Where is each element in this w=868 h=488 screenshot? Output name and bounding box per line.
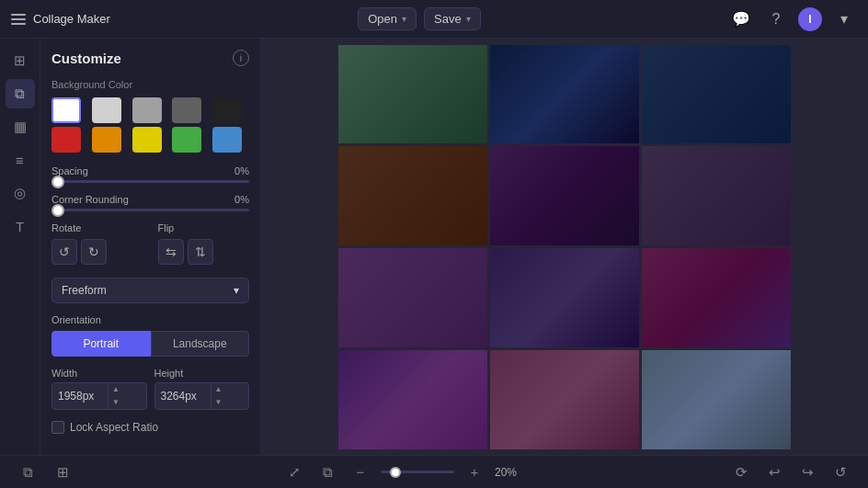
topbar-center: Open ▾ Save ▾ (358, 7, 480, 30)
swatch-light-gray[interactable] (92, 97, 121, 123)
corner-rounding-thumb[interactable] (51, 204, 64, 217)
orientation-label: Orientation (51, 314, 249, 325)
flip-label: Flip (158, 222, 250, 233)
swatch-orange[interactable] (92, 127, 121, 153)
collage-cell-4[interactable] (338, 146, 487, 245)
width-label: Width (51, 368, 147, 379)
width-down-button[interactable]: ▼ (108, 396, 123, 409)
swatch-gray[interactable] (132, 97, 162, 123)
rotate-cw-button[interactable]: ↻ (81, 239, 107, 265)
rotate-ccw-button[interactable]: ↺ (51, 239, 77, 265)
height-up-button[interactable]: ▲ (211, 383, 226, 396)
collage-cell-11[interactable] (490, 350, 639, 449)
freeform-label: Freeform (62, 284, 107, 297)
help-icon[interactable]: ? (763, 6, 789, 32)
swatch-blue[interactable] (212, 127, 242, 153)
rotate-flip-row: Rotate ↺ ↻ Flip ⇆ ⇅ (51, 222, 249, 265)
sidebar-icon-shapes[interactable]: ◎ (6, 178, 35, 208)
zoom-in-icon[interactable]: + (462, 460, 487, 485)
bg-color-label: Background Color (51, 79, 249, 90)
open-chevron-icon: ▾ (402, 14, 406, 24)
freeform-dropdown[interactable]: Freeform ▾ (51, 278, 249, 303)
sidebar-icons: ⊞ ⧉ ▦ ≡ ◎ T (0, 39, 40, 455)
flip-vertical-button[interactable]: ⇅ (188, 239, 213, 265)
bottom-toolbar: ⧉ ⊞ ⤢ ⧉ − + 20% ⟳ ↩ ↪ ↺ (0, 455, 868, 488)
height-spinners: ▲ ▼ (211, 383, 226, 409)
freeform-chevron-icon: ▾ (234, 284, 239, 297)
bottom-right: ⟳ ↩ ↪ ↺ (728, 460, 853, 485)
info-icon[interactable]: i (233, 50, 249, 66)
color-grid (51, 97, 249, 153)
collage-cell-7[interactable] (338, 248, 487, 347)
sidebar-icon-customize[interactable]: ⧉ (6, 79, 35, 108)
swatch-green[interactable] (172, 127, 201, 153)
bottom-center: ⤢ ⧉ − + 20% (281, 460, 522, 485)
canvas-area (261, 39, 868, 455)
collage-cell-5[interactable] (490, 146, 639, 245)
portrait-button[interactable]: Portrait (51, 331, 151, 357)
corner-rounding-value: 0% (234, 194, 249, 205)
save-chevron-icon: ▾ (466, 14, 471, 24)
sidebar-icon-layout[interactable]: ▦ (6, 112, 35, 142)
collage-cell-6[interactable] (642, 146, 791, 245)
swatch-yellow[interactable] (132, 127, 162, 153)
sidebar-icon-list[interactable]: ≡ (6, 145, 35, 175)
spacing-thumb[interactable] (51, 176, 64, 188)
chat-icon[interactable]: 💬 (728, 6, 754, 32)
fit-icon[interactable]: ⤢ (281, 460, 307, 485)
corner-rounding-row: Corner Rounding 0% (51, 194, 249, 211)
bottom-left: ⧉ ⊞ (15, 460, 75, 485)
main: ⊞ ⧉ ▦ ≡ ◎ T Customize i Background Color (0, 39, 868, 455)
height-down-button[interactable]: ▼ (211, 396, 226, 409)
swatch-white[interactable] (51, 97, 81, 123)
swatch-dark-gray[interactable] (172, 97, 201, 123)
open-button[interactable]: Open ▾ (358, 7, 417, 30)
avatar[interactable]: I (798, 7, 822, 31)
width-group: Width ▲ ▼ (51, 368, 147, 410)
collage-cell-12[interactable] (642, 350, 791, 449)
spacing-track[interactable] (51, 180, 249, 183)
width-up-button[interactable]: ▲ (108, 383, 123, 396)
collage-cell-1[interactable] (338, 45, 487, 144)
menu-icon[interactable] (11, 14, 26, 25)
rotate-group: Rotate ↺ ↻ (51, 222, 143, 265)
undo-icon[interactable]: ↩ (761, 460, 787, 485)
lock-checkbox[interactable] (51, 421, 64, 434)
zoom-thumb[interactable] (390, 467, 401, 478)
refresh-icon[interactable]: ⟳ (728, 460, 754, 485)
collage-cell-2[interactable] (490, 45, 639, 144)
grid-icon[interactable]: ⊞ (50, 460, 75, 485)
layers-icon[interactable]: ⧉ (15, 460, 40, 485)
sidebar-icon-image[interactable]: ⊞ (6, 46, 35, 75)
orientation-buttons: Portrait Landscape (51, 331, 249, 357)
swatch-red[interactable] (51, 127, 81, 153)
swatch-black[interactable] (212, 97, 242, 123)
redo-icon[interactable]: ↪ (794, 460, 820, 485)
sidebar-icon-text[interactable]: T (6, 211, 35, 241)
corner-rounding-track[interactable] (51, 209, 249, 211)
history-icon[interactable]: ↺ (828, 460, 853, 485)
save-button[interactable]: Save ▾ (424, 7, 481, 30)
flip-group: Flip ⇆ ⇅ (158, 222, 250, 265)
collage-cell-9[interactable] (642, 248, 791, 347)
expand-icon[interactable]: ▾ (831, 6, 857, 32)
height-group: Height ▲ ▼ (154, 368, 250, 410)
topbar: Collage Maker Open ▾ Save ▾ 💬 ? I ▾ (0, 0, 868, 39)
height-input[interactable] (155, 385, 211, 407)
landscape-button[interactable]: Landscape (151, 331, 250, 357)
collage-cell-8[interactable] (490, 248, 639, 347)
customize-panel: Customize i Background Color Spacing 0% (40, 39, 261, 455)
zoom-slider[interactable] (381, 471, 454, 473)
width-input[interactable] (52, 385, 108, 407)
collage-cell-10[interactable] (338, 350, 487, 449)
spacing-value: 0% (234, 165, 249, 176)
height-input-wrap: ▲ ▼ (154, 382, 250, 410)
topbar-right: 💬 ? I ▾ (728, 6, 857, 32)
panel-header: Customize i (51, 50, 249, 66)
zoom-out-icon[interactable]: − (348, 460, 373, 485)
crop-icon[interactable]: ⧉ (314, 460, 340, 485)
collage-cell-3[interactable] (642, 45, 791, 144)
corner-rounding-label: Corner Rounding (51, 194, 129, 205)
panel-title: Customize (51, 51, 121, 66)
flip-horizontal-button[interactable]: ⇆ (158, 239, 184, 265)
